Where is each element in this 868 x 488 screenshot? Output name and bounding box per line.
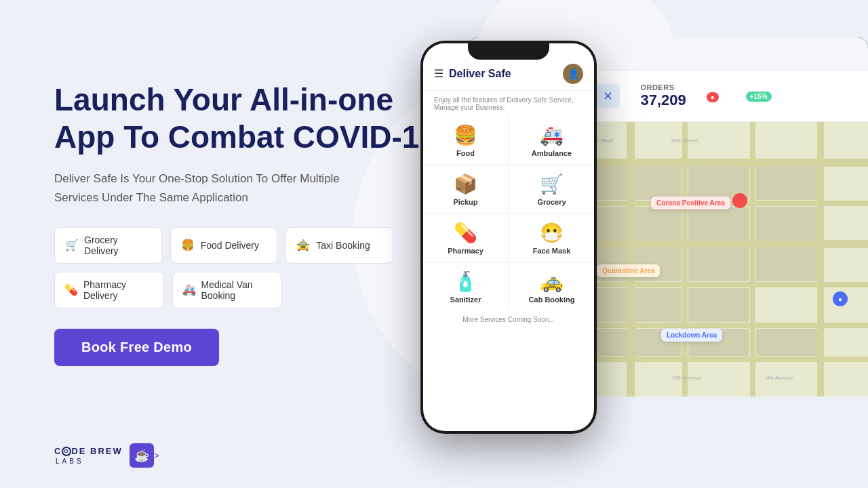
map-pin-red-2 bbox=[732, 193, 747, 208]
taxi-label: Taxi Booking bbox=[316, 240, 370, 251]
svg-rect-24 bbox=[688, 247, 749, 281]
orders-icon: ✕ bbox=[595, 84, 620, 108]
map-label-quarantine: Quarantine Area bbox=[597, 264, 660, 277]
ambulance-service-name: Ambulance bbox=[532, 149, 572, 157]
taxi-icon: 🚖 bbox=[296, 238, 311, 253]
food-icon: 🍔 bbox=[180, 238, 195, 253]
grocery-icon: 🛒 bbox=[64, 238, 79, 253]
grocery-service-icon: 🛒 bbox=[540, 175, 564, 194]
svg-rect-18 bbox=[634, 207, 682, 241]
feature-taxi[interactable]: 🚖 Taxi Booking bbox=[285, 227, 393, 264]
orders-value: 37,209 bbox=[640, 92, 686, 109]
phone-subtitle: Enjoy all the features of Delivery Safe … bbox=[423, 91, 594, 117]
more-services: More Services Coming Soon... bbox=[423, 310, 594, 329]
cab-service-icon: 🚕 bbox=[540, 272, 564, 291]
service-food[interactable]: 🍔 Food bbox=[423, 117, 508, 164]
map-pin-blue-3: ● bbox=[833, 291, 848, 306]
facemask-service-icon: 😷 bbox=[540, 224, 564, 243]
pharmacy-service-name: Pharmacy bbox=[448, 247, 484, 255]
phone-screen: ☰ Deliver Safe 👤 Enjoy all the features … bbox=[423, 43, 594, 431]
grocery-label: Grocery Delivery bbox=[84, 235, 152, 256]
service-pharmacy[interactable]: 💊 Pharmacy bbox=[423, 214, 508, 262]
cab-service-name: Cab Booking bbox=[529, 296, 575, 304]
map-label-corona: Corona Positive Area bbox=[651, 197, 730, 209]
right-panel: ☕› ≡ Invoices Promotions Documents Setti… bbox=[420, 0, 868, 488]
facemask-service-name: Face Mask bbox=[533, 247, 571, 255]
pharmacy-service-icon: 💊 bbox=[454, 224, 477, 243]
svg-text:4th Avenue: 4th Avenue bbox=[766, 375, 793, 381]
sanitizer-service-name: Sanitizer bbox=[450, 296, 481, 304]
stat-orders-icon: ✕ bbox=[595, 84, 620, 108]
svg-rect-31 bbox=[756, 247, 817, 281]
medical-icon: 🚑 bbox=[182, 283, 196, 298]
phone-app-name: Deliver Safe bbox=[449, 68, 557, 80]
features-row1: 🛒 Grocery Delivery 🍔 Food Delivery 🚖 Tax… bbox=[54, 227, 393, 264]
phone-hamburger[interactable]: ☰ bbox=[434, 67, 443, 80]
food-label: Food Delivery bbox=[201, 240, 259, 251]
svg-rect-29 bbox=[756, 166, 817, 200]
feature-pharmacy[interactable]: 💊 Pharmacy Delivery bbox=[54, 272, 164, 308]
svg-rect-20 bbox=[688, 207, 749, 241]
left-panel: Launch Your All-in-one App To Combat COV… bbox=[54, 81, 461, 366]
growth-badge: +15% bbox=[746, 92, 772, 102]
phone-avatar: 👤 bbox=[563, 64, 583, 84]
orders-label: ORDERS bbox=[640, 83, 686, 92]
phone-device: ☰ Deliver Safe 👤 Enjoy all the features … bbox=[420, 41, 597, 434]
features-row2: 💊 Pharmacy Delivery 🚑 Medical Van Bookin… bbox=[54, 272, 281, 308]
feature-grocery[interactable]: 🛒 Grocery Delivery bbox=[54, 227, 162, 264]
pickup-service-name: Pickup bbox=[453, 198, 477, 206]
grocery-service-name: Grocery bbox=[537, 198, 566, 206]
phone-service-grid: 🍔 Food 🚑 Ambulance 📦 Pickup 🛒 Grocery bbox=[423, 117, 594, 310]
svg-rect-27 bbox=[634, 288, 682, 322]
service-cabbooking[interactable]: 🚕 Cab Booking bbox=[509, 263, 594, 310]
pharmacy-icon: 💊 bbox=[64, 283, 78, 298]
logo-icon: ☕ bbox=[130, 443, 154, 468]
svg-text:86th Street: 86th Street bbox=[671, 138, 698, 144]
medical-label: Medical Van Booking bbox=[201, 279, 272, 301]
service-sanitizer[interactable]: 🧴 Sanitizer bbox=[423, 263, 508, 310]
stat-badge-plus: +15% bbox=[746, 92, 772, 102]
svg-rect-28 bbox=[688, 288, 749, 322]
feature-medical[interactable]: 🚑 Medical Van Booking bbox=[172, 272, 282, 308]
sanitizer-service-icon: 🧴 bbox=[454, 272, 477, 291]
food-service-icon: 🍔 bbox=[454, 126, 477, 145]
svg-rect-17 bbox=[634, 166, 682, 200]
pharmacy-label: Pharmacy Delivery bbox=[83, 279, 154, 301]
pickup-service-icon: 📦 bbox=[454, 175, 477, 194]
map-label-lockdown: Lockdown Area bbox=[661, 329, 722, 342]
feature-food[interactable]: 🍔 Food Delivery bbox=[170, 227, 278, 264]
main-heading: Launch Your All-in-one App To Combat COV… bbox=[54, 81, 461, 156]
service-pickup[interactable]: 📦 Pickup bbox=[423, 165, 508, 213]
company-logo: CODE BREW LABS ☕ bbox=[54, 443, 154, 468]
phone-notch bbox=[468, 41, 549, 60]
sub-heading: Deliver Safe Is Your One-Stop Solution T… bbox=[54, 169, 380, 206]
stat-orders: ORDERS 37,209 bbox=[640, 83, 686, 109]
food-service-name: Food bbox=[456, 149, 475, 157]
service-ambulance[interactable]: 🚑 Ambulance bbox=[509, 117, 594, 164]
badge-percent: ● bbox=[707, 90, 719, 102]
svg-rect-30 bbox=[756, 207, 817, 241]
svg-rect-36 bbox=[756, 329, 817, 356]
service-grocery[interactable]: 🛒 Grocery bbox=[509, 165, 594, 213]
service-facemask[interactable]: 😷 Face Mask bbox=[509, 214, 594, 262]
svg-text:16th Avenue: 16th Avenue bbox=[671, 375, 702, 381]
ambulance-service-icon: 🚑 bbox=[540, 126, 564, 145]
cta-button[interactable]: Book Free Demo bbox=[54, 329, 219, 366]
